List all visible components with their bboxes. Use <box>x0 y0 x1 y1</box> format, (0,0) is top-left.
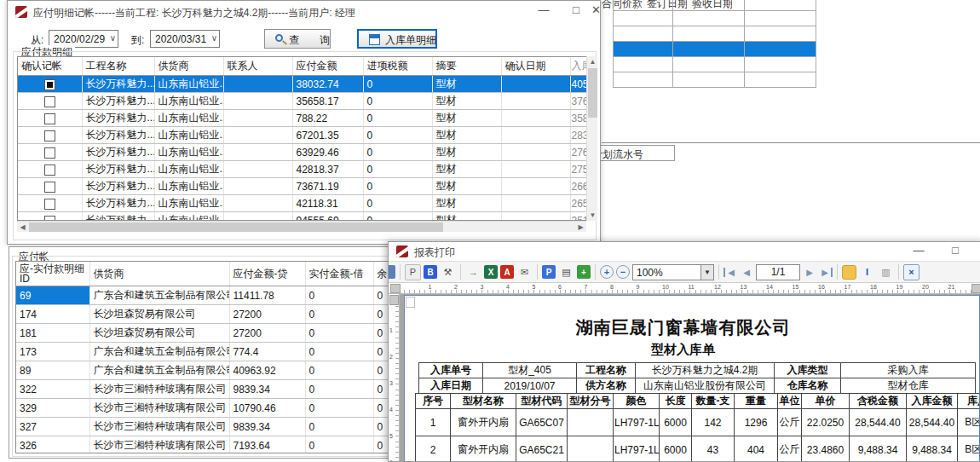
table-row[interactable] <box>614 72 816 88</box>
horizontal-scrollbar[interactable]: ◀ ▶ <box>17 221 586 232</box>
col-tax[interactable]: 进项税额 <box>363 57 432 76</box>
scroll-down-icon[interactable]: ▼ <box>587 210 598 221</box>
col-paid-debit[interactable]: 实付金额-借 <box>305 262 373 286</box>
print-setup-icon[interactable]: P <box>542 265 556 279</box>
to-label: 到: <box>131 33 144 48</box>
hand-tool-icon[interactable] <box>842 265 856 280</box>
table-row[interactable] <box>614 57 816 72</box>
checkbox-checked[interactable] <box>44 79 55 90</box>
maximize-button[interactable]: □ <box>562 1 591 21</box>
col-confirm-date[interactable]: 确认日期 <box>501 57 570 76</box>
col-supplier[interactable]: 供货商 <box>154 57 223 76</box>
table-row[interactable]: 174长沙坦森贸易有限公司2720000 <box>16 305 424 324</box>
checkbox-unchecked[interactable] <box>44 113 55 124</box>
table-row[interactable] <box>614 42 816 57</box>
col-summary[interactable]: 摘要 <box>432 57 501 76</box>
table-row[interactable]: 入库日期2019/10/07供方名称山东南山铝业股份有限公司仓库名称型材仓库 <box>419 378 976 394</box>
export-icon[interactable]: → <box>465 264 481 280</box>
col-contact[interactable]: 联系人 <box>223 57 292 76</box>
table-export-icon[interactable]: + <box>577 265 591 279</box>
table-row[interactable] <box>614 26 816 42</box>
mail-icon[interactable]: ✉ <box>516 264 533 280</box>
scrollbar-thumb[interactable] <box>29 222 443 232</box>
table-row[interactable] <box>614 11 816 26</box>
table-row[interactable]: 长沙万科魅力...山东南山铝业...38032.740型材405 <box>18 76 586 93</box>
excel-icon[interactable]: X <box>484 265 498 279</box>
inbound-detail-button[interactable]: 入库单明细 <box>357 29 437 49</box>
table-row[interactable]: 长沙万科魅力...山东南山铝业...42118.310型材265 <box>18 195 586 212</box>
plan-serial-field[interactable]: 计划流水号 <box>588 145 675 161</box>
table-row[interactable]: 327长沙市三湘特种玻璃有限公司9839.3400 <box>16 418 424 436</box>
table-row[interactable]: 2窗外开内扇GA65C21LH797-1LL600043404公斤23.4860… <box>416 436 980 462</box>
minimize-button[interactable]: — <box>529 1 558 21</box>
col-project[interactable]: 工程名称 <box>82 57 154 76</box>
zoom-select[interactable]: 100% ▼ <box>632 264 714 280</box>
page-view-icon[interactable]: ▤ <box>558 264 574 280</box>
titlebar[interactable]: 应付明细记帐------当前工程: 长沙万科魅力之城4.2期------当前用户… <box>8 1 600 23</box>
titlebar[interactable]: 报表打印 — □ <box>389 242 980 261</box>
chevron-down-icon[interactable]: ∨ <box>110 33 116 43</box>
table-row[interactable]: 长沙万科魅力...山东南山铝业...94555.690型材251 <box>18 212 586 222</box>
col-payable-credit[interactable]: 应付金额-贷 <box>229 262 305 286</box>
scroll-right-icon[interactable]: ▶ <box>575 222 586 233</box>
table-row[interactable]: 长沙万科魅力...山东南山铝业...35658.170型材376 <box>18 93 586 110</box>
col-detail-id[interactable]: 应-实付款明细ID <box>16 262 89 286</box>
col-supplier[interactable]: 供货商 <box>89 262 229 286</box>
zoom-out-icon[interactable]: − <box>616 265 630 279</box>
table-row[interactable]: 322长沙市三湘特种玻璃有限公司9839.3400 <box>16 380 424 399</box>
next-page-icon[interactable]: ▶ <box>803 268 816 277</box>
zoom-in-icon[interactable]: + <box>600 265 614 279</box>
table-row[interactable]: 长沙万科魅力...山东南山铝业...73671.190型材266 <box>18 178 586 195</box>
to-date-combo[interactable]: 2020/03/31 ∨ <box>150 30 220 48</box>
checkbox-unchecked[interactable] <box>44 165 55 176</box>
maximize-button[interactable]: □ <box>941 241 970 262</box>
pdf-icon[interactable]: A <box>500 265 514 279</box>
table-row[interactable] <box>614 0 816 11</box>
tools-icon[interactable]: ⚒ <box>440 264 456 280</box>
report-preview-area[interactable]: 湖南巨晟门窗幕墙有限公司 型材入库单 入库单号型材_405工程名称长沙万科魅力之… <box>400 294 980 461</box>
prev-page-icon[interactable]: ◀ <box>740 268 753 277</box>
col-amount[interactable]: 应付金额 <box>292 57 363 76</box>
checkbox-unchecked[interactable] <box>44 130 55 141</box>
checkbox-unchecked[interactable] <box>44 199 55 210</box>
open-report-icon[interactable] <box>389 265 395 279</box>
checkbox-unchecked[interactable] <box>44 182 55 193</box>
table-row[interactable]: 173广东合和建筑五金制品有限公司774.400 <box>16 343 424 361</box>
first-page-icon[interactable]: ◀ <box>723 268 737 277</box>
minimize-button[interactable]: — <box>904 241 933 262</box>
table-row[interactable]: 89广东合和建筑五金制品有限公司40963.9200 <box>16 361 424 380</box>
table-row[interactable]: 181长沙坦森贸易有限公司2720000 <box>16 324 424 343</box>
table-row[interactable]: 326长沙市三湘特种玻璃有限公司7193.6400 <box>16 436 424 454</box>
book-icon[interactable]: B <box>424 265 437 279</box>
table-row[interactable]: 长沙万科魅力...山东南山铝业...63929.460型材276 <box>18 144 586 161</box>
vertical-scrollbar[interactable]: ▲ ▼ <box>586 56 597 221</box>
close-preview-icon[interactable]: × <box>903 264 919 280</box>
col-inbound[interactable]: 入库 <box>570 57 586 76</box>
table-row[interactable]: 329长沙市三湘特种玻璃有限公司10790.4600 <box>16 399 424 418</box>
copy-page-icon[interactable]: ▥ <box>878 264 894 280</box>
table-row[interactable]: 69广东合和建筑五金制品有限公司11411.7800 <box>16 286 424 305</box>
table-row[interactable]: 长沙万科魅力...山东南山铝业...42818.370型材275 <box>18 161 586 178</box>
scrollbar-thumb[interactable] <box>588 68 597 118</box>
scroll-up-icon[interactable]: ▲ <box>587 56 598 67</box>
close-button[interactable]: ✕ <box>591 1 602 21</box>
col-confirm[interactable]: 确认记帐 <box>18 57 82 76</box>
table-row[interactable]: 长沙万科魅力...山东南山铝业...67201.350型材283 <box>18 127 586 144</box>
chevron-down-icon[interactable]: ▼ <box>700 265 713 280</box>
checkbox-unchecked[interactable] <box>44 96 55 107</box>
table-row[interactable]: 长沙万科魅力...山东南山铝业...788.220型材358 <box>18 110 586 127</box>
ruler-slider[interactable] <box>390 284 401 293</box>
page-number-box[interactable]: 1/1 <box>756 264 800 280</box>
last-page-icon[interactable]: ▶ <box>819 268 833 277</box>
ruler-end-block <box>971 284 980 293</box>
ruler-slider[interactable] <box>389 295 399 305</box>
checkbox-unchecked[interactable] <box>44 147 55 159</box>
table-row[interactable]: 1窗外开内扇GA65C07LH797-1LL60001421296公斤22.02… <box>416 409 980 436</box>
chevron-down-icon[interactable]: ∨ <box>211 33 217 43</box>
select-text-icon[interactable]: I <box>859 264 875 280</box>
print-icon[interactable]: P <box>405 264 421 280</box>
query-button[interactable]: 查 询 <box>264 29 331 49</box>
ruler-number: 13 <box>741 284 747 290</box>
scroll-left-icon[interactable]: ◀ <box>17 222 28 233</box>
table-row[interactable]: 入库单号型材_405工程名称长沙万科魅力之城4.2期入库类型采购入库 <box>419 363 976 378</box>
